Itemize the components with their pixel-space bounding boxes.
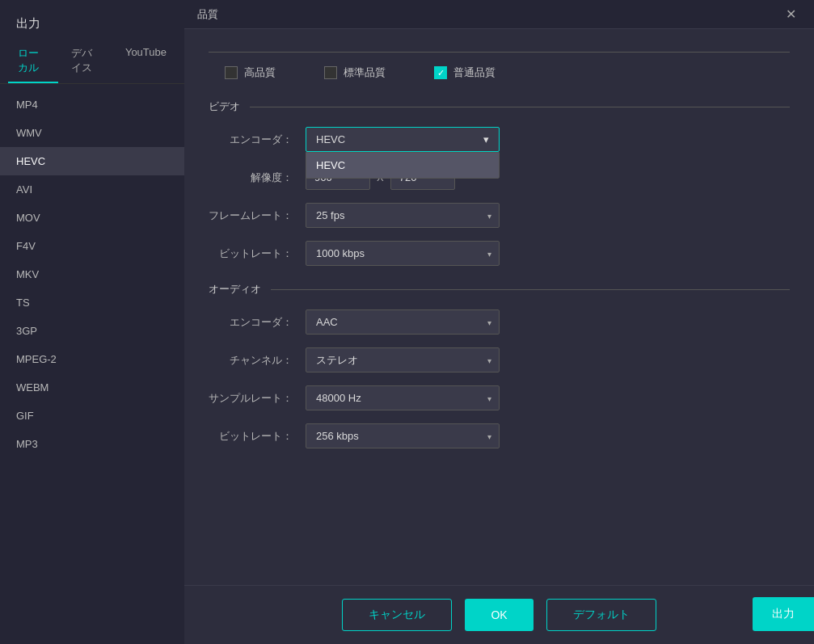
samplerate-label: サンプルレート：	[209, 391, 306, 406]
audio-bitrate-select-wrapper: 256 kbps ▾	[306, 423, 500, 448]
video-bitrate-row: ビットレート： 1000 kbps ▾	[209, 241, 790, 266]
encoder-dropdown[interactable]: HEVC ▾ HEVC	[306, 127, 500, 152]
channel-select-wrapper: ステレオ ▾	[306, 347, 500, 373]
audio-bitrate-row: ビットレート： 256 kbps ▾	[209, 423, 790, 448]
quality-high-checkbox[interactable]	[225, 66, 238, 79]
video-bitrate-label: ビットレート：	[209, 246, 306, 261]
dialog-footer: キャンセル OK デフォルト	[184, 585, 814, 644]
encoder-value: HEVC	[316, 133, 345, 145]
format-mp3[interactable]: MP3	[0, 430, 184, 458]
audio-section-label: オーディオ	[209, 282, 261, 297]
output-button[interactable]: 出力	[753, 597, 814, 631]
encoder-menu: HEVC	[306, 152, 500, 179]
cancel-button[interactable]: キャンセル	[342, 599, 452, 631]
format-3gp[interactable]: 3GP	[0, 317, 184, 345]
quality-standard-label: 標準品質	[344, 65, 386, 80]
sidebar-header: 出力	[0, 0, 184, 40]
format-mkv[interactable]: MKV	[0, 260, 184, 288]
audio-encoder-row: エンコーダ： AAC ▾	[209, 309, 790, 335]
close-button[interactable]: ✕	[781, 5, 801, 23]
framerate-label: フレームレート：	[209, 208, 306, 223]
format-gif[interactable]: GIF	[0, 402, 184, 430]
quality-standard-checkbox[interactable]	[324, 66, 337, 79]
format-mov[interactable]: MOV	[0, 204, 184, 232]
video-section-label: ビデオ	[209, 99, 240, 114]
audio-divider-line	[271, 289, 790, 290]
framerate-select-wrapper: 25 fps ▾	[306, 203, 500, 228]
samplerate-select[interactable]: 48000 Hz	[306, 385, 500, 410]
dialog: 品質 ✕ 高品質 標準品質 普通品質	[184, 0, 814, 644]
video-bitrate-select-wrapper: 1000 kbps ▾	[306, 241, 500, 266]
video-section: ビデオ エンコーダ： HEVC ▾ HEVC	[209, 99, 790, 266]
dialog-title: 品質	[197, 7, 781, 22]
tab-local[interactable]: ローカル	[8, 40, 58, 83]
video-section-header: ビデオ	[209, 99, 790, 114]
audio-bitrate-label: ビットレート：	[209, 429, 306, 444]
channel-row: チャンネル： ステレオ ▾	[209, 347, 790, 373]
format-mpeg2[interactable]: MPEG-2	[0, 345, 184, 373]
app-background: 出力 ローカル デバイス YouTube MP4 WMV HEVC AVI MO…	[0, 0, 814, 644]
quality-divider-line	[209, 52, 790, 53]
samplerate-select-wrapper: 48000 Hz ▾	[306, 385, 500, 410]
encoder-label: エンコーダ：	[209, 133, 306, 147]
encoder-trigger[interactable]: HEVC ▾	[306, 127, 500, 152]
sidebar: 出力 ローカル デバイス YouTube MP4 WMV HEVC AVI MO…	[0, 0, 184, 644]
channel-select[interactable]: ステレオ	[306, 347, 500, 373]
audio-encoder-select-wrapper: AAC ▾	[306, 309, 500, 335]
audio-encoder-select[interactable]: AAC	[306, 309, 500, 335]
channel-label: チャンネル：	[209, 353, 306, 368]
framerate-row: フレームレート： 25 fps ▾	[209, 203, 790, 228]
quality-options: 高品質 標準品質 普通品質	[209, 65, 790, 80]
format-f4v[interactable]: F4V	[0, 232, 184, 260]
framerate-select[interactable]: 25 fps	[306, 203, 500, 228]
ok-button[interactable]: OK	[465, 599, 533, 631]
default-button[interactable]: デフォルト	[546, 599, 656, 631]
audio-bitrate-select[interactable]: 256 kbps	[306, 423, 500, 448]
sidebar-tabs: ローカル デバイス YouTube	[0, 40, 184, 84]
resolution-label: 解像度：	[209, 170, 306, 185]
quality-high[interactable]: 高品質	[225, 65, 276, 80]
format-ts[interactable]: TS	[0, 288, 184, 317]
dialog-titlebar: 品質 ✕	[184, 0, 814, 29]
encoder-row: エンコーダ： HEVC ▾ HEVC	[209, 127, 790, 152]
dialog-content: 高品質 標準品質 普通品質 ビデオ エンコーダ	[184, 29, 814, 585]
chevron-down-icon: ▾	[483, 133, 489, 145]
quality-high-label: 高品質	[244, 65, 276, 80]
quality-normal-label: 普通品質	[453, 65, 496, 80]
format-mp4[interactable]: MP4	[0, 90, 184, 119]
format-avi[interactable]: AVI	[0, 175, 184, 204]
audio-encoder-label: エンコーダ：	[209, 315, 306, 330]
video-bitrate-select[interactable]: 1000 kbps	[306, 241, 500, 266]
quality-standard[interactable]: 標準品質	[324, 65, 386, 80]
format-wmv[interactable]: WMV	[0, 119, 184, 147]
tab-device[interactable]: デバイス	[61, 40, 112, 83]
samplerate-row: サンプルレート： 48000 Hz ▾	[209, 385, 790, 410]
video-divider-line	[250, 107, 790, 107]
quality-section-header	[209, 52, 790, 53]
quality-normal-checkbox[interactable]	[434, 66, 447, 79]
audio-section-header: オーディオ	[209, 282, 790, 297]
quality-normal[interactable]: 普通品質	[434, 65, 496, 80]
audio-section: オーディオ エンコーダ： AAC ▾ チャンネル：	[209, 282, 790, 448]
tab-youtube[interactable]: YouTube	[116, 40, 176, 83]
format-hevc[interactable]: HEVC	[0, 147, 184, 175]
encoder-option-hevc[interactable]: HEVC	[306, 153, 499, 178]
format-webm[interactable]: WEBM	[0, 373, 184, 402]
format-list: MP4 WMV HEVC AVI MOV F4V MKV TS 3GP MPEG…	[0, 84, 184, 644]
